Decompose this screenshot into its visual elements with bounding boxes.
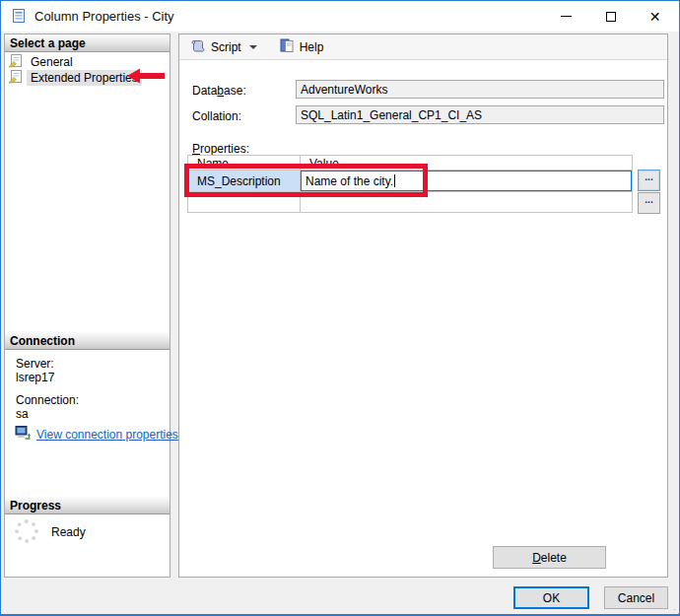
help-icon	[279, 37, 295, 56]
column-header-value[interactable]: Value	[301, 156, 632, 170]
browse-ellipsis-button[interactable]: ...	[638, 192, 660, 214]
progress-header: Progress	[5, 497, 170, 514]
server-label: Server:	[16, 357, 54, 371]
progress-status: Ready	[51, 525, 86, 539]
toolbar: Script Help	[179, 34, 667, 60]
connection-header: Connection	[5, 332, 170, 350]
minimize-button[interactable]	[544, 1, 588, 32]
select-a-page-header: Select a page	[5, 34, 170, 52]
script-icon	[189, 38, 206, 56]
connection-value: sa	[16, 407, 29, 421]
delete-button-label: Delete	[532, 551, 567, 565]
page-icon	[9, 54, 23, 71]
sidebar-item-general[interactable]: General	[9, 54, 77, 70]
property-value-text: Name of the city.	[306, 174, 393, 188]
title-bar: Column Properties - City ✕	[1, 1, 679, 32]
script-button[interactable]: Script	[185, 36, 261, 58]
chevron-down-icon	[249, 45, 257, 49]
collation-field[interactable]	[296, 105, 664, 124]
database-field[interactable]	[296, 80, 664, 99]
browse-ellipsis-button[interactable]: ...	[638, 170, 660, 191]
view-connection-properties-link[interactable]: View connection properties	[15, 425, 178, 444]
server-value: lsrep17	[16, 371, 54, 384]
sidebar-item-label: General	[27, 54, 77, 70]
help-button[interactable]: Help	[275, 35, 328, 58]
maximize-button[interactable]	[588, 1, 633, 32]
properties-grid: Name Value MS_Description Name of the ci…	[187, 155, 633, 213]
table-row	[188, 192, 632, 212]
property-name-cell[interactable]: MS_Description	[188, 171, 301, 191]
connection-label: Connection:	[16, 393, 79, 407]
properties-label: Properties:	[192, 142, 249, 156]
connection-properties-icon	[15, 425, 31, 444]
window-title: Column Properties - City	[34, 9, 174, 24]
column-header-name[interactable]: Name	[188, 156, 301, 170]
database-label: Database:	[192, 84, 246, 98]
sidebar: Select a page General	[4, 34, 170, 578]
ok-button[interactable]: OK	[513, 586, 589, 609]
close-icon: ✕	[649, 10, 661, 24]
page-icon	[9, 70, 23, 87]
progress-spinner-icon	[15, 519, 38, 543]
sidebar-item-label: Extended Properties	[27, 70, 142, 86]
sidebar-item-extended-properties[interactable]: Extended Properties	[9, 70, 142, 86]
text-caret	[394, 174, 395, 187]
property-value-cell[interactable]	[301, 192, 632, 212]
cancel-button[interactable]: Cancel	[604, 586, 668, 609]
close-button[interactable]: ✕	[633, 1, 677, 32]
main-panel: Script Help Database: Collation:	[178, 34, 668, 578]
property-value-editor[interactable]: Name of the city.	[301, 171, 632, 191]
script-button-label: Script	[211, 40, 241, 54]
minimize-icon	[561, 16, 572, 17]
resize-grip[interactable]	[674, 609, 675, 610]
dialog-icon	[11, 8, 27, 24]
delete-button[interactable]: Delete	[493, 546, 606, 569]
property-name-cell[interactable]	[188, 192, 301, 212]
grid-header-row: Name Value	[188, 156, 632, 171]
maximize-icon	[606, 12, 616, 22]
view-connection-properties-label: View connection properties	[36, 428, 178, 442]
help-button-label: Help	[300, 40, 324, 54]
table-row: MS_Description Name of the city.	[188, 171, 632, 192]
column-properties-dialog: Column Properties - City ✕ Select a page…	[0, 0, 680, 616]
collation-label: Collation:	[192, 109, 241, 123]
